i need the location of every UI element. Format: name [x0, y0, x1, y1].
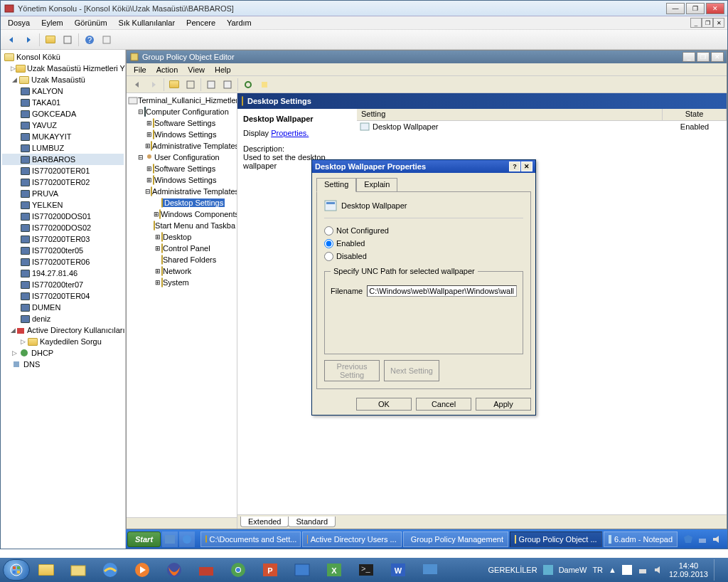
tree-root[interactable]: Konsol Kökü — [2, 51, 124, 63]
pin-powerpoint[interactable]: P — [255, 559, 286, 581]
gpo-maximize[interactable]: ❐ — [697, 52, 710, 62]
gpo-uc-admin[interactable]: ⊟Administrative Templates — [128, 186, 235, 197]
gpo-desktop-settings[interactable]: Desktop Settings — [128, 197, 235, 208]
tray-net-icon[interactable] — [638, 565, 648, 575]
radio-not-configured[interactable] — [324, 226, 333, 236]
quicklaunch-ie[interactable] — [179, 531, 195, 547]
tree-host-yavuz[interactable]: YAVUZ — [2, 120, 124, 131]
menu-action[interactable]: Eylem — [37, 17, 68, 28]
taskbar-aduc[interactable]: Active Directory Users ... — [302, 531, 402, 547]
tree-host-gokceada[interactable]: GOKCEADA — [2, 108, 124, 120]
gpo-desktop[interactable]: ⊞Desktop — [128, 231, 235, 243]
pin-excel[interactable]: X — [318, 559, 350, 581]
tree-host-taka01[interactable]: TAKA01 — [2, 97, 124, 108]
prop-tab-setting[interactable]: Setting — [316, 178, 356, 192]
gpo-root[interactable]: Terminal_Kullanici_Hizmetleri [pruva — [128, 95, 235, 106]
tray-clock[interactable]: 14:40 12.09.2013 — [669, 561, 708, 578]
tree-host-is770200ter04[interactable]: IS770200TER04 — [2, 290, 124, 302]
pin-chrome[interactable] — [223, 559, 254, 581]
filename-input[interactable] — [367, 285, 517, 297]
prop-help-button[interactable]: ? — [509, 162, 520, 171]
start-orb[interactable] — [3, 559, 30, 581]
tray-dameware-icon[interactable] — [543, 565, 553, 575]
mdi-minimize[interactable]: _ — [690, 18, 702, 28]
radio-enabled[interactable] — [324, 239, 333, 248]
tray-expand-icon[interactable]: ▲ — [609, 566, 616, 574]
mmc-tree[interactable]: Konsol Kökü ▷Uzak Masaüstü Hizmetleri Yö… — [1, 50, 126, 549]
menu-window[interactable]: Pencere — [182, 17, 220, 28]
gpo-forward[interactable] — [146, 77, 161, 92]
tree-dhcp[interactable]: ▷DHCP — [2, 347, 124, 359]
tree-host-kalyon[interactable]: KALYON — [2, 85, 124, 97]
tree-rds[interactable]: ▷Uzak Masaüstü Hizmetleri Yöne — [2, 63, 124, 74]
pin-ie[interactable] — [95, 559, 126, 581]
taskbar-notepad[interactable]: 6.adm - Notepad — [604, 531, 678, 547]
gpo-up[interactable] — [166, 77, 182, 92]
gpo-list-icon[interactable] — [183, 77, 198, 92]
gpo-titlebar[interactable]: Group Policy Object Editor _ ❐ ✕ — [127, 51, 727, 63]
maximize-button[interactable]: ❐ — [686, 3, 705, 14]
gpo-shared-folders[interactable]: Shared Folders — [128, 254, 235, 265]
prop-titlebar[interactable]: Desktop Wallpaper Properties ? ✕ — [312, 160, 535, 173]
gpo-menu-view[interactable]: View — [183, 65, 209, 75]
col-state[interactable]: State — [663, 109, 727, 120]
tree-host-is770200dos02[interactable]: IS770200DOS02 — [2, 222, 124, 233]
gpo-uc-software[interactable]: ⊞Software Settings — [128, 163, 235, 174]
next-setting-button[interactable]: Next Setting — [384, 360, 439, 381]
tab-standard[interactable]: Standard — [288, 517, 336, 527]
tab-extended[interactable]: Extended — [240, 517, 289, 527]
prev-setting-button[interactable]: Previous Setting — [324, 360, 380, 381]
tree-rd[interactable]: ◢Uzak Masaüstü — [2, 74, 124, 85]
pin-wmp[interactable] — [127, 559, 158, 581]
properties-link[interactable]: Properties. — [271, 129, 309, 137]
radio-disabled[interactable] — [324, 252, 333, 261]
back-button[interactable] — [4, 32, 19, 48]
gpo-network[interactable]: ⊞Network — [128, 265, 235, 277]
minimize-button[interactable]: — — [666, 3, 685, 14]
pin-cmd[interactable]: >_ — [350, 559, 382, 581]
gpo-user-config[interactable]: ⊟User Configuration — [128, 152, 235, 163]
pin-word[interactable]: W — [382, 559, 414, 581]
gpo-properties-icon[interactable] — [203, 77, 219, 92]
tray-network-icon[interactable] — [697, 534, 707, 544]
apply-button[interactable]: Apply — [476, 398, 531, 411]
taskbar-gpoe[interactable]: Group Policy Object ... — [510, 531, 602, 547]
pin-explorer[interactable] — [31, 559, 62, 581]
mdi-restore[interactable]: ❐ — [702, 18, 713, 28]
tree-dns[interactable]: DNS — [2, 359, 124, 370]
ok-button[interactable]: OK — [356, 398, 412, 411]
gpo-close[interactable]: ✕ — [711, 52, 724, 62]
gpo-windows-components[interactable]: ⊞Windows Components — [128, 208, 235, 220]
pin-rdp[interactable] — [414, 559, 446, 581]
tree-host-dumen[interactable]: DUMEN — [2, 302, 124, 313]
tree-host-is770200ter05[interactable]: IS770200ter05 — [2, 245, 124, 256]
prop-tab-explain[interactable]: Explain — [356, 178, 397, 192]
gpo-start-menu[interactable]: Start Menu and Taskba — [128, 220, 235, 231]
tree-host-is770200ter06[interactable]: IS770200TER06 — [2, 256, 124, 268]
menu-help[interactable]: Yardım — [223, 17, 256, 28]
tree-host-mukayyit[interactable]: MUKAYYIT — [2, 131, 124, 142]
tree-host-is770200ter01[interactable]: IS770200TER01 — [2, 165, 124, 176]
gpo-menu-action[interactable]: Action — [152, 65, 183, 75]
gpo-tree-scrollbar[interactable] — [127, 517, 237, 529]
remote-start-button[interactable]: Start — [127, 531, 161, 547]
col-setting[interactable]: Setting — [357, 109, 663, 120]
menu-favorites[interactable]: Sık Kullanılanlar — [114, 17, 180, 28]
gpo-back[interactable] — [129, 77, 145, 92]
tree-host-pruva[interactable]: PRUVA — [2, 188, 124, 199]
tray-volume-icon[interactable] — [712, 534, 722, 544]
tray-flag-icon[interactable] — [622, 565, 632, 575]
gpo-menu-help[interactable]: Help — [210, 65, 235, 75]
help-button[interactable]: ? — [82, 32, 97, 48]
gpo-system[interactable]: ⊞System — [128, 277, 235, 288]
tree-host-deniz[interactable]: deniz — [2, 313, 124, 324]
menu-file[interactable]: Dosya — [4, 17, 34, 28]
options-button[interactable] — [99, 32, 114, 48]
tray-sound-icon[interactable] — [653, 565, 663, 575]
mdi-close[interactable]: ✕ — [713, 18, 724, 28]
tree-host-yelken[interactable]: YELKEN — [2, 199, 124, 211]
gpo-minimize[interactable]: _ — [682, 52, 695, 62]
taskbar-explorer[interactable]: C:\Documents and Sett... — [200, 531, 301, 547]
gpo-filter-icon[interactable] — [257, 77, 272, 92]
gpo-cc-software[interactable]: ⊞Software Settings — [128, 117, 235, 129]
